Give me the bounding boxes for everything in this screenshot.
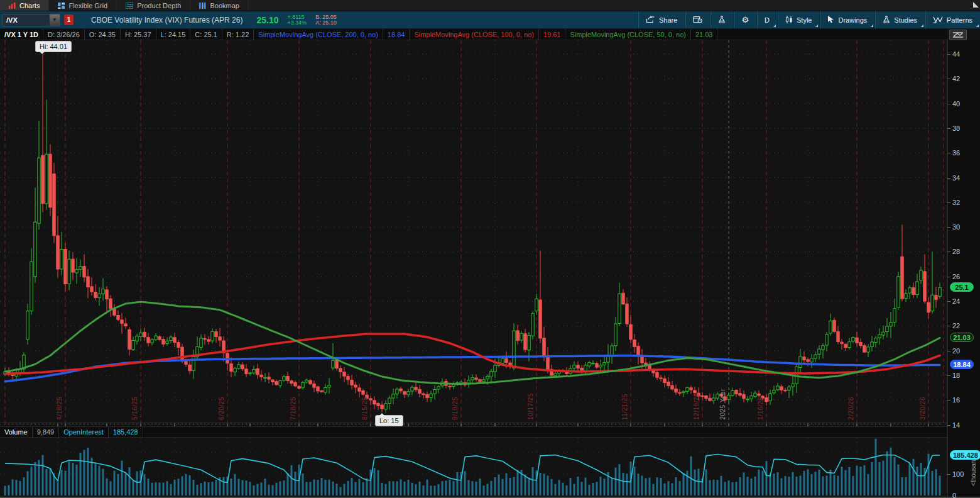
y-axis-label: 22: [952, 322, 960, 329]
candle-icon: [785, 16, 793, 25]
volume-axis-tick: [947, 474, 950, 475]
x-axis-date-label: 6/20/25: [218, 397, 225, 420]
volume-axis-100: 100: [952, 470, 964, 478]
x-axis-date-label: 5/16/25: [131, 397, 138, 420]
pattern-icon: [933, 16, 943, 25]
y-axis-tick: [947, 375, 950, 376]
button-label: Share: [659, 16, 677, 24]
button-label: Style: [797, 16, 812, 24]
info-cell-7: SimpleMovingAvg (CLOSE, 200, 0, no): [254, 29, 383, 40]
x-axis-date-label: 4/18/25: [56, 397, 63, 420]
y-axis-tick: [947, 153, 950, 153]
price-badge-21-03: 21.03: [950, 333, 974, 342]
info-cell-2: O: 24.35: [85, 29, 121, 40]
button-label: Studies: [894, 16, 917, 24]
button-label: Patterns: [947, 16, 972, 24]
info-cell-9: SimpleMovingAvg (CLOSE, 100, 0, no): [410, 29, 539, 40]
info-cell-0: /VX 1 Y 1D: [0, 29, 43, 40]
y-axis-tick: [947, 425, 950, 426]
studies-button[interactable]: Studies: [874, 11, 925, 28]
price-change: +.8115 +3.34%: [287, 14, 307, 26]
d-button[interactable]: D: [756, 11, 777, 28]
symbol-input[interactable]: /VX ▼: [3, 14, 60, 26]
flask-icon: [883, 16, 890, 25]
ask-value: A: 25.10: [315, 20, 337, 26]
info-cell-5: C: 25.1: [190, 29, 222, 40]
info-cell-8: 18.84: [383, 29, 410, 40]
cursor-icon: [827, 16, 834, 25]
symbol-value[interactable]: /VX: [3, 14, 50, 26]
volume-label: Volume: [0, 427, 33, 437]
volume-axis-0: 0: [952, 492, 956, 498]
info-cell-11: SimpleMovingAvg (CLOSE, 50, 0, no): [565, 29, 690, 40]
thousands-axis-unit: <thousands>: [970, 440, 977, 495]
tab-label: Product Depth: [137, 2, 181, 9]
info-cell-10: 19.61: [539, 29, 566, 40]
y-axis-label: 16: [952, 396, 960, 404]
gear-icon: ⚙: [741, 16, 749, 24]
chart-mode-icon[interactable]: [949, 30, 967, 40]
y-axis-tick: [947, 277, 950, 277]
open-interest-badge: 185.428: [950, 450, 980, 460]
flask-icon: [718, 16, 726, 25]
y-axis-tick: [947, 400, 950, 401]
style-button[interactable]: Style: [777, 11, 819, 28]
alert-count-badge[interactable]: 1: [64, 14, 74, 25]
depth-icon: [126, 3, 133, 9]
x-axis-date-label: 9/19/25: [452, 397, 459, 420]
info-cell-1: D: 3/26/26: [43, 29, 85, 40]
x-axis-date-label: 8/15/25: [361, 397, 368, 420]
y-axis-label: 40: [952, 100, 960, 108]
y-axis-tick: [947, 351, 950, 351]
x-axis-date-label: 11/21/25: [621, 394, 628, 420]
patterns-button[interactable]: Patterns: [925, 11, 980, 28]
tab-product-depth[interactable]: Product Depth: [117, 0, 190, 11]
volume-subchart[interactable]: [0, 438, 947, 497]
tab-flexible-grid[interactable]: Flexible Grid: [49, 0, 117, 11]
symbol-toolbar: /VX ▼ 1 CBOE Volatility Index (VIX) Futu…: [0, 11, 980, 29]
y-axis-label: 28: [952, 248, 960, 255]
y-axis-tick: [947, 202, 950, 203]
x-axis-date-label: 1/16/26: [757, 397, 764, 420]
tab-bookmap[interactable]: Bookmap: [190, 0, 248, 11]
y-axis-tick: [947, 178, 950, 179]
bookmap-icon: [199, 3, 206, 9]
y-axis-label: 24: [952, 297, 960, 305]
change-percent: +3.34%: [287, 20, 307, 26]
price-badge-18-84: 18.84: [950, 360, 974, 369]
tab-label: Bookmap: [210, 2, 239, 9]
y-axis-label: 14: [952, 421, 960, 429]
volume-header-row: Volume 9,849 OpenInterest 185,428: [0, 426, 947, 438]
gear-icon[interactable]: ⚙: [733, 11, 756, 28]
tab-label: Flexible Grid: [68, 2, 107, 9]
button-label: Drawings: [838, 16, 867, 24]
y-axis-tick: [947, 326, 950, 326]
share-icon: [646, 16, 655, 25]
events-icon[interactable]: [685, 11, 710, 28]
info-cell-3: H: 25.37: [121, 29, 156, 40]
y-axis-label: 26: [952, 273, 960, 280]
button-label: D: [765, 16, 770, 24]
chevron-down-icon[interactable]: ▼: [50, 14, 60, 26]
y-axis-label: 30: [952, 223, 960, 231]
x-axis-date-label: 2/20/26: [847, 397, 854, 420]
flask-icon[interactable]: [710, 11, 733, 28]
x-axis-date-label: 10/17/25: [527, 393, 534, 420]
ohlc-info-row: /VX 1 Y 1DD: 3/26/26O: 24.35H: 25.37L: 2…: [0, 29, 947, 40]
x-axis-date-label: 3/20/26: [919, 397, 926, 420]
grid-icon: [58, 3, 65, 9]
volume-value: 9,849: [33, 427, 60, 437]
last-price: 25.10: [256, 15, 278, 25]
y-axis-label: 44: [952, 50, 960, 58]
price-chart[interactable]: Hi: 44.01 Lo: 15 4/18/255/16/256/20/257/…: [0, 40, 947, 426]
share-button[interactable]: Share: [638, 11, 685, 28]
tab-label: Charts: [19, 2, 40, 9]
price-badge-25-1: 25.1: [950, 282, 974, 292]
y-axis-label: 42: [952, 75, 960, 82]
drawings-button[interactable]: Drawings: [819, 11, 874, 28]
y-axis-label: 32: [952, 199, 960, 206]
trading-app-window: ChartsFlexible GridProduct DepthBookmap …: [0, 0, 980, 498]
high-annotation: Hi: 44.01: [35, 41, 72, 52]
y-axis-tick: [947, 301, 950, 302]
tab-charts[interactable]: Charts: [0, 0, 49, 11]
